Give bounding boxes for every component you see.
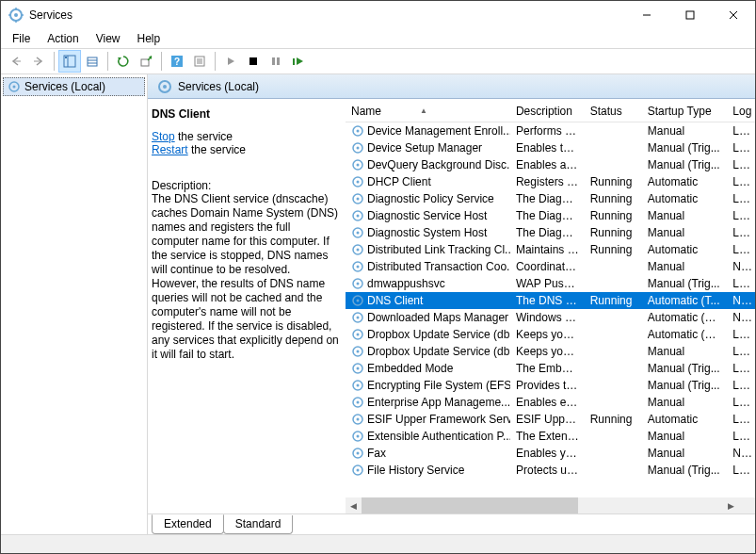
restart-button[interactable]: [287, 50, 310, 73]
service-logon: Net: [727, 447, 755, 460]
table-row[interactable]: Device Setup ManagerEnables the ...Manua…: [346, 139, 755, 156]
svg-rect-15: [88, 57, 97, 66]
table-row[interactable]: Diagnostic Service HostThe Diagno...Runn…: [346, 207, 755, 224]
table-row[interactable]: DNS ClientThe DNS Cli...RunningAutomatic…: [346, 292, 755, 309]
selected-service-name: DNS Client: [152, 107, 340, 121]
tab-extended[interactable]: Extended: [152, 514, 224, 534]
table-row[interactable]: Downloaded Maps ManagerWindows se...Auto…: [346, 309, 755, 326]
help-button[interactable]: ?: [166, 50, 188, 73]
table-row[interactable]: DHCP ClientRegisters an...RunningAutomat…: [346, 173, 755, 190]
service-startup: Manual: [642, 124, 728, 138]
table-row[interactable]: Dropbox Update Service (db...Keeps your …: [346, 343, 755, 360]
service-desc: Windows se...: [510, 311, 585, 324]
table-row[interactable]: Dropbox Update Service (db...Keeps your …: [346, 326, 755, 343]
table-row[interactable]: Embedded ModeThe Embed...Manual (Trig...…: [346, 360, 755, 377]
table-row[interactable]: Enterprise App Manageme...Enables ent...…: [346, 394, 755, 411]
table-row[interactable]: dmwappushsvcWAP Push ...Manual (Trig...L…: [346, 275, 755, 292]
minimize-button[interactable]: [625, 1, 668, 29]
gear-icon: [351, 260, 364, 273]
service-desc: Enables the ...: [510, 141, 585, 155]
svg-point-74: [357, 435, 360, 438]
start-button[interactable]: [219, 50, 242, 73]
scroll-right-arrow[interactable]: ▶: [723, 497, 739, 513]
view-tabs: Extended Standard: [148, 513, 755, 534]
gear-icon: [351, 175, 364, 188]
gear-icon: [8, 80, 21, 93]
scroll-thumb[interactable]: [362, 497, 578, 513]
tree-root-item[interactable]: Services (Local): [3, 77, 145, 96]
scroll-track[interactable]: [362, 497, 723, 513]
svg-point-44: [357, 181, 360, 184]
table-row[interactable]: Device Management Enroll...Performs D...…: [346, 122, 755, 139]
gear-icon: [351, 345, 364, 358]
export-button[interactable]: [135, 50, 157, 73]
column-name[interactable]: Name▲: [346, 100, 510, 122]
description-pane: DNS Client Stop the service Restart the …: [148, 100, 346, 513]
gear-icon: [351, 141, 364, 155]
table-row[interactable]: DevQuery Background Disc...Enables app..…: [346, 156, 755, 173]
gear-icon: [351, 277, 364, 290]
close-button[interactable]: [712, 1, 755, 29]
menu-view[interactable]: View: [88, 31, 128, 46]
service-name: Device Management Enroll...: [367, 124, 510, 138]
show-hide-tree-button[interactable]: [58, 50, 81, 73]
stop-button[interactable]: [242, 50, 265, 73]
gear-icon: [351, 328, 364, 341]
pause-button[interactable]: [265, 50, 287, 73]
column-startup[interactable]: Startup Type: [642, 100, 728, 122]
scroll-left-arrow[interactable]: ◀: [346, 497, 362, 513]
service-name: Diagnostic Policy Service: [367, 192, 494, 205]
svg-rect-29: [272, 57, 275, 65]
service-logon: Loc: [727, 243, 755, 256]
table-row[interactable]: ESIF Upper Framework Servi...ESIF Upper …: [346, 411, 755, 428]
service-startup: Automatic: [642, 192, 728, 205]
service-startup: Automatic: [642, 243, 728, 256]
column-status[interactable]: Status: [585, 100, 642, 122]
table-row[interactable]: FaxEnables you...ManualNet: [346, 445, 755, 462]
service-startup: Manual: [642, 345, 728, 358]
service-startup: Manual: [642, 260, 728, 273]
back-button[interactable]: [5, 50, 27, 73]
service-desc: The Embed...: [510, 362, 585, 375]
restart-link[interactable]: Restart: [152, 143, 188, 156]
service-status: Running: [585, 192, 642, 205]
table-row[interactable]: Diagnostic System HostThe Diagno...Runni…: [346, 224, 755, 241]
service-name: DHCP Client: [367, 175, 431, 188]
properties-button[interactable]: [188, 50, 211, 73]
separator: [54, 52, 55, 71]
export-list-button[interactable]: [81, 50, 104, 73]
service-startup: Manual (Trig...: [642, 464, 728, 477]
column-description[interactable]: Description: [510, 100, 585, 122]
service-list[interactable]: Device Management Enroll...Performs D...…: [346, 122, 755, 497]
table-row[interactable]: Extensible Authentication P...The Extens…: [346, 428, 755, 445]
service-desc: Keeps your ...: [510, 328, 585, 341]
service-logon: Loc: [727, 345, 755, 358]
menu-file[interactable]: File: [5, 31, 38, 46]
forward-button[interactable]: [27, 50, 50, 73]
svg-point-68: [357, 384, 360, 387]
gear-icon: [351, 362, 364, 375]
sort-arrow-icon: ▲: [420, 106, 427, 115]
menu-help[interactable]: Help: [130, 31, 169, 46]
menu-action[interactable]: Action: [40, 31, 86, 46]
maximize-button[interactable]: [668, 1, 712, 29]
table-row[interactable]: Distributed Link Tracking Cl...Maintains…: [346, 241, 755, 258]
svg-point-64: [357, 350, 360, 353]
gear-icon: [351, 158, 364, 171]
table-row[interactable]: File History ServiceProtects use...Manua…: [346, 462, 755, 479]
tab-standard[interactable]: Standard: [223, 515, 294, 534]
description-text: The DNS Client service (dnscache) caches…: [152, 192, 340, 362]
table-row[interactable]: Encrypting File System (EFS)Provides th.…: [346, 377, 755, 394]
column-logon[interactable]: Log: [727, 100, 755, 122]
table-row[interactable]: Distributed Transaction Coo...Coordinate…: [346, 258, 755, 275]
service-logon: Loc: [727, 379, 755, 392]
refresh-button[interactable]: [112, 50, 135, 73]
stop-link[interactable]: Stop: [152, 130, 175, 143]
svg-rect-31: [293, 58, 295, 65]
horizontal-scrollbar[interactable]: ◀ ▶: [346, 497, 755, 513]
service-desc: WAP Push ...: [510, 277, 585, 290]
tree-root-label: Services (Local): [24, 80, 105, 93]
service-startup: Manual (Trig...: [642, 158, 728, 171]
svg-marker-32: [297, 57, 303, 65]
table-row[interactable]: Diagnostic Policy ServiceThe Diagno...Ru…: [346, 190, 755, 207]
